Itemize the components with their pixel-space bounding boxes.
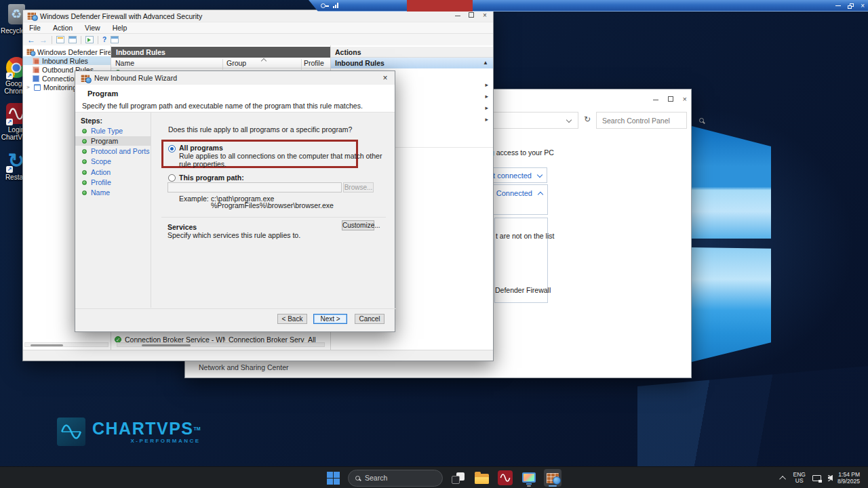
tree-horizontal-scrollbar[interactable]	[24, 342, 108, 347]
menu-file[interactable]: File	[23, 24, 47, 32]
close-icon[interactable]: ×	[380, 73, 391, 83]
file-explorer-button[interactable]	[473, 469, 490, 487]
not-on-list-fragment: t are not on the list	[496, 232, 554, 240]
folder-icon	[475, 474, 489, 484]
back-icon[interactable]: ←	[27, 36, 35, 44]
wizard-titlebar[interactable]: New Inbound Rule Wizard ×	[75, 71, 395, 85]
chevron-down-icon[interactable]	[566, 117, 572, 123]
cancel-button[interactable]: Cancel	[355, 314, 384, 324]
menu-help[interactable]: Help	[106, 24, 134, 32]
restore-icon[interactable]	[848, 3, 854, 9]
connected-dropdown[interactable]: Connected	[486, 184, 548, 215]
shortcut-arrow-icon: ↗	[6, 119, 13, 125]
volume-button[interactable]	[828, 475, 831, 481]
step-label: Action	[91, 168, 111, 176]
task-view-button[interactable]	[449, 469, 467, 487]
column-group[interactable]: Group	[226, 59, 246, 67]
taskbar-search[interactable]: Search	[348, 470, 443, 487]
example-label: Example:	[179, 195, 209, 203]
program-path-input[interactable]	[167, 182, 342, 192]
scrollbar-thumb[interactable]	[142, 344, 191, 346]
actions-group-label: Inbound Rules	[335, 59, 384, 67]
expander-icon[interactable]: >	[26, 84, 31, 90]
tree-item-inbound-rules[interactable]: Inbound Rules	[23, 56, 111, 65]
tray-time: 1:54 PM	[838, 471, 860, 478]
step-name[interactable]: Name	[75, 188, 151, 197]
step-bullet-icon	[82, 190, 87, 195]
minimize-icon[interactable]	[653, 95, 658, 103]
minimize-icon[interactable]	[451, 11, 465, 20]
step-label: Profile	[91, 178, 111, 186]
column-separator[interactable]	[222, 59, 223, 70]
status-bar	[23, 350, 493, 361]
submenu-arrow-icon[interactable]: ▸	[485, 93, 488, 100]
browse-button[interactable]: Browse...	[343, 182, 374, 192]
network-sharing-center-link[interactable]: Network and Sharing Center	[199, 363, 289, 371]
export-list-icon[interactable]	[56, 36, 64, 43]
back-button[interactable]: < Back	[277, 314, 307, 324]
tree-item-label: Monitoring	[43, 83, 77, 92]
maximize-icon[interactable]	[668, 95, 673, 103]
step-bullet-icon	[82, 149, 87, 154]
control-panel-search[interactable]	[596, 112, 687, 129]
forward-icon[interactable]: →	[39, 36, 47, 44]
close-icon[interactable]: ×	[861, 3, 865, 9]
step-profile[interactable]: Profile	[75, 178, 151, 187]
list-horizontal-scrollbar[interactable]	[117, 342, 325, 347]
console-window-icon[interactable]	[111, 36, 119, 43]
firewall-app-icon	[547, 473, 559, 483]
refresh-icon[interactable]: ↻	[584, 115, 591, 124]
column-separator[interactable]	[301, 59, 302, 70]
step-label: Scope	[91, 157, 111, 165]
menu-action[interactable]: Action	[47, 24, 79, 32]
scrollbar-thumb[interactable]	[31, 344, 63, 346]
not-connected-dropdown[interactable]: ot connected	[488, 167, 547, 183]
defender-firewall-fragment: Defender Firewall	[495, 286, 551, 294]
program-path-radio[interactable]	[168, 174, 176, 182]
start-button[interactable]	[324, 469, 342, 487]
window-title: Windows Defender Firewall with Advanced …	[40, 12, 202, 20]
customize-button[interactable]: Customize...	[342, 220, 374, 230]
submenu-arrow-icon[interactable]: ▸	[485, 104, 488, 111]
chartvps-app-button[interactable]	[496, 469, 514, 487]
firewall-app-button[interactable]	[544, 469, 561, 487]
minimize-icon[interactable]	[835, 3, 841, 9]
firewall-titlebar[interactable]: Windows Defender Firewall with Advanced …	[23, 10, 493, 22]
menu-view[interactable]: View	[79, 24, 106, 32]
task-view-icon	[452, 472, 465, 484]
display-settings-button[interactable]	[520, 469, 538, 487]
tree-item-root[interactable]: Windows Defender Firewall with Advanced …	[23, 47, 111, 56]
close-icon[interactable]: ×	[683, 95, 687, 103]
clock[interactable]: 1:54 PM 8/9/2025	[837, 471, 860, 485]
column-name[interactable]: Name	[115, 59, 134, 67]
shortcut-arrow-icon: ↗	[6, 166, 13, 173]
column-profile[interactable]: Profile	[304, 59, 324, 67]
close-icon[interactable]: ×	[478, 11, 492, 20]
windows-logo-icon	[327, 472, 340, 485]
inbound-rules-icon	[33, 58, 39, 64]
network-icon[interactable]	[812, 475, 821, 481]
show-window-icon[interactable]	[68, 36, 77, 43]
next-button[interactable]: Next >	[313, 314, 347, 324]
services-title: Services	[167, 223, 197, 231]
redacted-server-name	[407, 0, 473, 12]
step-action[interactable]: Action	[75, 167, 151, 177]
actions-inbound-rules-group[interactable]: Inbound Rules ▲	[331, 58, 493, 68]
tray-overflow-chevron-icon[interactable]	[780, 475, 787, 482]
new-rule-icon[interactable]	[85, 36, 94, 43]
submenu-arrow-icon[interactable]: ▸	[485, 116, 488, 123]
maximize-icon[interactable]	[465, 11, 478, 20]
all-programs-radio[interactable]	[168, 145, 176, 152]
submenu-arrow-icon[interactable]: ▸	[485, 81, 488, 88]
step-label: Name	[91, 188, 110, 197]
step-rule-type[interactable]: Rule Type	[75, 126, 151, 136]
search-input[interactable]	[597, 117, 699, 125]
language-indicator[interactable]: ENG US	[793, 472, 805, 484]
step-scope[interactable]: Scope	[75, 157, 151, 166]
help-icon[interactable]: ?	[102, 36, 106, 43]
collapse-icon[interactable]: ▲	[483, 58, 488, 68]
wizard-steps-panel: Steps: Rule Type Program Protocol and Po…	[75, 113, 151, 308]
step-protocol-ports[interactable]: Protocol and Ports	[75, 146, 151, 156]
pin-icon[interactable]	[321, 3, 326, 8]
step-program[interactable]: Program	[75, 136, 151, 146]
